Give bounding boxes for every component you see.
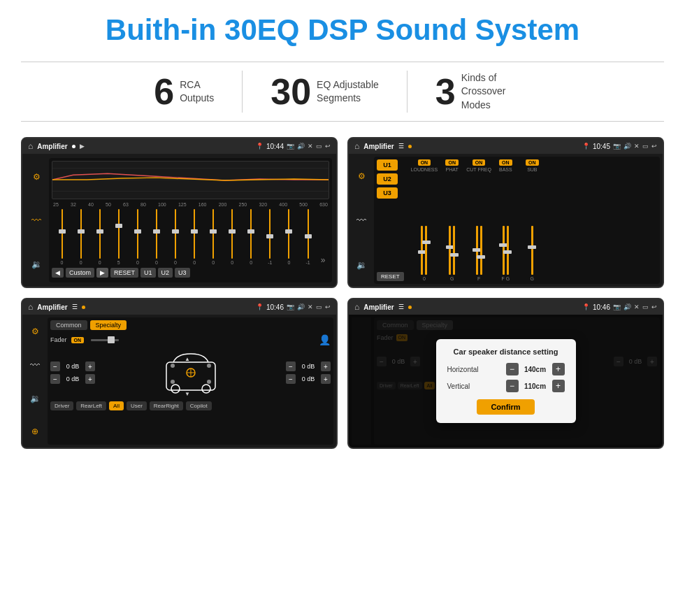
fader-all-button[interactable]: All	[109, 401, 124, 410]
svg-text:▼: ▼	[185, 391, 190, 397]
dialog-horizontal-controls: − 140cm +	[506, 363, 565, 375]
eq-u3-button[interactable]: U3	[175, 268, 190, 278]
slider-col-12: -1	[261, 209, 279, 265]
fader-plus-3[interactable]: +	[321, 361, 331, 371]
eq-filter-icon[interactable]: ⚙	[33, 172, 41, 182]
dialog-dot	[408, 306, 412, 309]
dsp-x-icon: ✕	[634, 143, 640, 150]
dsp-wave-icon[interactable]: 〰	[356, 215, 366, 226]
dsp-bass-on[interactable]: ON	[499, 159, 512, 166]
dialog-vertical-plus[interactable]: +	[552, 380, 565, 392]
stat-text-rca: RCA Outputs	[180, 78, 214, 106]
dsp-u1-button[interactable]: U1	[377, 159, 398, 171]
dsp-sub-sliders	[531, 173, 533, 275]
dsp-vol-icon[interactable]: 🔉	[356, 260, 367, 270]
dsp-reset-button[interactable]: RESET	[377, 272, 404, 281]
eq-wave-icon[interactable]: 〰	[31, 215, 41, 226]
eq-custom-button[interactable]: Custom	[66, 268, 94, 278]
dsp-home-icon[interactable]: ⌂	[354, 141, 359, 151]
dsp-volume-icon: 🔊	[623, 143, 631, 150]
fader-copilot-button[interactable]: Copilot	[186, 401, 212, 410]
fader-rect-icon: ▭	[316, 303, 322, 310]
dialog-horizontal-plus[interactable]: +	[552, 363, 565, 375]
dsp-bass-slider2[interactable]	[507, 226, 509, 275]
fader-db-row-1: − 0 dB +	[50, 361, 95, 371]
fader-rearright-button[interactable]: RearRight	[150, 401, 183, 410]
dsp-cutfreq-slider1[interactable]	[476, 226, 478, 275]
fader-filter-icon[interactable]: ⚙	[31, 327, 39, 336]
fader-tab-specialty[interactable]: Specialty	[90, 320, 127, 330]
dsp-phat-slider1[interactable]	[449, 226, 451, 275]
person-icon: 👤	[319, 334, 331, 345]
dsp-dot	[408, 145, 412, 148]
fader-user-button[interactable]: User	[127, 401, 147, 410]
fader-time: 10:46	[266, 303, 284, 311]
eq-rect-icon: ▭	[316, 143, 322, 150]
dsp-phat-slider2[interactable]	[453, 226, 455, 275]
fader-expand-icon[interactable]: ⊕	[31, 427, 38, 436]
eq-prev-button[interactable]: ◀	[52, 268, 64, 278]
dsp-camera-icon: 📷	[613, 143, 621, 150]
fader-plus-4[interactable]: +	[321, 374, 331, 384]
dialog-vertical-controls: − 110cm +	[506, 380, 565, 392]
dsp-back-icon[interactable]: ↩	[651, 143, 657, 150]
fader-wave-icon[interactable]: 〰	[30, 359, 40, 371]
fader-track	[91, 339, 119, 341]
dialog-vertical-minus[interactable]: −	[506, 380, 519, 392]
eq-status-right: 📍 10:44 📷 🔊 ✕ ▭ ↩	[256, 143, 331, 150]
fader-header: Fader ON 👤	[50, 334, 331, 345]
dsp-sub-slider1[interactable]	[531, 226, 533, 275]
dsp-cutfreq-slider2[interactable]	[480, 226, 482, 275]
fader-minus-2[interactable]: −	[50, 374, 60, 384]
dsp-loudness-slider1[interactable]	[421, 226, 423, 275]
fader-left-db: − 0 dB + − 0 dB +	[50, 361, 95, 384]
dialog-vertical-label: Vertical	[447, 382, 489, 390]
dsp-loudness-slider2[interactable]	[425, 226, 427, 275]
fader-rearleft-button[interactable]: RearLeft	[76, 401, 106, 410]
dialog-x-icon: ✕	[634, 303, 640, 310]
svg-point-5	[202, 385, 210, 393]
eq-u1-button[interactable]: U1	[140, 268, 156, 278]
fader-tab-common[interactable]: Common	[50, 320, 87, 330]
dsp-cutfreq-on[interactable]: ON	[473, 159, 486, 166]
dsp-phat-group: ON PHAT G	[440, 159, 464, 281]
dsp-sub-on[interactable]: ON	[526, 159, 539, 166]
eq-play-button[interactable]: ▶	[96, 268, 108, 278]
dialog-horizontal-row: Horizontal − 140cm +	[447, 363, 565, 375]
volume-icon: 🔊	[297, 143, 305, 150]
fader-driver-button[interactable]: Driver	[50, 401, 73, 410]
dialog-confirm-button[interactable]: Confirm	[477, 399, 534, 415]
fader-minus-1[interactable]: −	[50, 361, 60, 371]
dsp-loudness-on[interactable]: ON	[418, 159, 431, 166]
fader-vol-icon[interactable]: 🔉	[30, 394, 41, 403]
fader-minus-3[interactable]: −	[286, 361, 296, 371]
home-icon[interactable]: ⌂	[28, 141, 33, 151]
eq-play-icon: ▶	[80, 143, 85, 150]
fader-home-icon[interactable]: ⌂	[28, 302, 33, 312]
dsp-menu-icon: ☰	[398, 143, 404, 150]
fader-on-badge: ON	[71, 337, 85, 343]
fader-thumb[interactable]	[108, 336, 115, 343]
fader-main-panel: Common Specialty Fader ON 👤	[48, 317, 333, 445]
dialog-volume-icon: 🔊	[623, 303, 631, 310]
stat-number-eq: 30	[271, 73, 311, 110]
fader-minus-4[interactable]: −	[286, 374, 296, 384]
eq-volume-down-icon[interactable]: 🔉	[31, 259, 42, 269]
dsp-bass-sliders	[503, 173, 509, 275]
car-diagram: ▲ ▼	[99, 348, 282, 397]
dialog-home-icon[interactable]: ⌂	[354, 302, 359, 312]
dsp-status-left: ⌂ Amplifier ☰	[354, 141, 412, 151]
fader-back-icon[interactable]: ↩	[325, 303, 331, 310]
dsp-u2-button[interactable]: U2	[377, 173, 398, 185]
eq-u2-button[interactable]: U2	[158, 268, 173, 278]
dsp-phat-on[interactable]: ON	[445, 159, 459, 166]
dsp-controls: ON LOUDNESS 0 ON PH	[411, 159, 657, 281]
back-icon[interactable]: ↩	[325, 143, 331, 150]
dialog-horizontal-minus[interactable]: −	[506, 363, 519, 375]
fader-plus-2[interactable]: +	[85, 374, 95, 384]
dsp-filter-icon[interactable]: ⚙	[358, 171, 366, 181]
dsp-u3-button[interactable]: U3	[377, 187, 398, 199]
dialog-back-icon[interactable]: ↩	[651, 303, 657, 310]
eq-reset-button[interactable]: RESET	[110, 268, 138, 278]
fader-plus-1[interactable]: +	[85, 361, 95, 371]
